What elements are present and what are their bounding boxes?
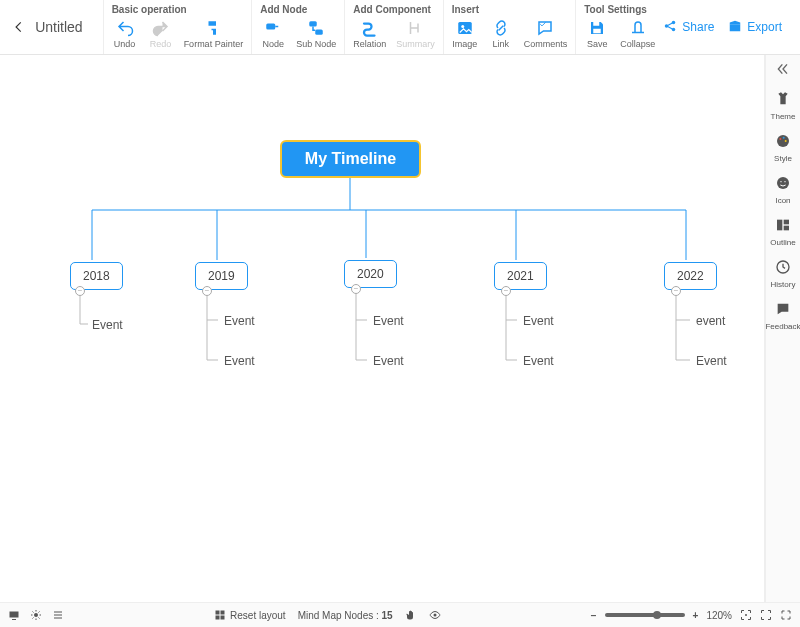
node-label: Node <box>262 39 284 49</box>
visibility-button[interactable] <box>429 609 441 621</box>
collapse-toggle-2018[interactable]: − <box>75 286 85 296</box>
collapse-toggle-2021[interactable]: − <box>501 286 511 296</box>
svg-rect-5 <box>594 22 600 26</box>
year-node-2020[interactable]: 2020 <box>344 260 397 288</box>
share-icon <box>663 19 677 36</box>
event-node-2022-0[interactable]: event <box>696 314 725 328</box>
reset-layout-button[interactable]: Reset layout <box>214 609 286 621</box>
image-icon <box>456 19 474 37</box>
reset-layout-label: Reset layout <box>230 610 286 621</box>
collapse-toggle-2019[interactable]: − <box>202 286 212 296</box>
summary-icon <box>406 19 424 37</box>
event-node-2020-1[interactable]: Event <box>373 354 404 368</box>
event-node-2020-0[interactable]: Event <box>373 314 404 328</box>
svg-point-18 <box>777 135 789 147</box>
pan-tool-button[interactable] <box>405 609 417 621</box>
layout-icon <box>214 609 226 621</box>
toolgroup-tool-settings-label: Tool Settings <box>584 4 655 15</box>
root-node[interactable]: My Timeline <box>280 140 421 178</box>
year-node-2021[interactable]: 2021 <box>494 262 547 290</box>
feedback-panel-button[interactable]: Feedback <box>765 301 800 331</box>
svg-rect-41 <box>216 616 220 620</box>
redo-label: Redo <box>150 39 172 49</box>
outline-panel-button[interactable]: Outline <box>770 217 795 247</box>
toolgroup-add-component-label: Add Component <box>353 4 435 15</box>
svg-rect-40 <box>221 611 225 615</box>
comments-label: Comments <box>524 39 568 49</box>
node-button[interactable]: Node <box>260 19 286 49</box>
collapse-button[interactable]: Collapse <box>620 19 655 49</box>
event-node-2022-1[interactable]: Event <box>696 354 727 368</box>
feedback-label: Feedback <box>765 322 800 331</box>
smiley-icon <box>775 175 791 194</box>
toolgroup-tool-settings: Tool Settings Save Collapse <box>575 0 663 54</box>
svg-rect-27 <box>784 226 789 231</box>
svg-point-24 <box>784 181 785 182</box>
zoom-out-button[interactable]: − <box>591 610 597 621</box>
svg-rect-42 <box>221 616 225 620</box>
svg-line-37 <box>39 612 40 613</box>
summary-button[interactable]: Summary <box>396 19 435 49</box>
svg-rect-25 <box>777 220 782 231</box>
zoom-in-button[interactable]: + <box>693 610 699 621</box>
collapse-toggle-2022[interactable]: − <box>671 286 681 296</box>
presentation-mode-button[interactable] <box>8 609 20 621</box>
year-node-2019[interactable]: 2019 <box>195 262 248 290</box>
toolgroup-add-node-label: Add Node <box>260 4 336 15</box>
collapse-label: Collapse <box>620 39 655 49</box>
image-button[interactable]: Image <box>452 19 478 49</box>
sub-node-button[interactable]: Sub Node <box>296 19 336 49</box>
svg-rect-26 <box>784 220 789 225</box>
fit-center-button[interactable] <box>740 609 752 621</box>
toolgroup-add-node: Add Node Node Sub Node <box>251 0 344 54</box>
format-painter-button[interactable]: Format Painter <box>184 19 244 49</box>
svg-point-20 <box>783 137 785 139</box>
redo-button[interactable]: Redo <box>148 19 174 49</box>
save-button[interactable]: Save <box>584 19 610 49</box>
icon-panel-button[interactable]: Icon <box>775 175 791 205</box>
style-panel-button[interactable]: Style <box>774 133 792 163</box>
back-button[interactable] <box>8 20 29 34</box>
svg-line-35 <box>33 612 34 613</box>
redo-icon <box>152 19 170 37</box>
palette-icon <box>775 133 791 152</box>
event-node-2019-0[interactable]: Event <box>224 314 255 328</box>
zoom-value: 120% <box>706 610 732 621</box>
event-node-2019-1[interactable]: Event <box>224 354 255 368</box>
brightness-button[interactable] <box>30 609 42 621</box>
sub-node-label: Sub Node <box>296 39 336 49</box>
event-node-2021-1[interactable]: Event <box>523 354 554 368</box>
node-count-display: Mind Map Nodes : 15 <box>298 610 393 621</box>
svg-point-44 <box>745 614 747 616</box>
event-node-2018-0[interactable]: Event <box>92 318 123 332</box>
zoom-slider[interactable] <box>605 613 685 617</box>
svg-point-19 <box>779 138 781 140</box>
theme-panel-button[interactable]: Theme <box>771 91 796 121</box>
undo-button[interactable]: Undo <box>112 19 138 49</box>
chat-icon <box>775 301 791 320</box>
fit-selection-button[interactable] <box>760 609 772 621</box>
event-node-2021-0[interactable]: Event <box>523 314 554 328</box>
theme-label: Theme <box>771 112 796 121</box>
svg-point-30 <box>34 613 38 617</box>
fullscreen-button[interactable] <box>780 609 792 621</box>
share-button[interactable]: Share <box>663 19 714 36</box>
svg-point-43 <box>433 614 436 617</box>
year-node-2022[interactable]: 2022 <box>664 262 717 290</box>
clock-icon <box>775 259 791 278</box>
toolgroup-insert: Insert Image Link Comments <box>443 0 576 54</box>
relation-button[interactable]: Relation <box>353 19 386 49</box>
canvas[interactable]: My Timeline 2018 − Event 2019 − Event Ev… <box>0 55 765 602</box>
link-button[interactable]: Link <box>488 19 514 49</box>
comments-icon <box>536 19 554 37</box>
export-button[interactable]: Export <box>728 19 782 36</box>
toolgroup-basic: Basic operation Undo Redo Format Painter <box>103 0 252 54</box>
toolgroup-add-component: Add Component Relation Summary <box>344 0 443 54</box>
collapse-sidepanel-button[interactable] <box>775 61 791 79</box>
collapse-icon <box>629 19 647 37</box>
history-panel-button[interactable]: History <box>771 259 796 289</box>
list-view-button[interactable] <box>52 609 64 621</box>
document-title[interactable]: Untitled <box>35 19 82 35</box>
comments-button[interactable]: Comments <box>524 19 568 49</box>
collapse-toggle-2020[interactable]: − <box>351 284 361 294</box>
